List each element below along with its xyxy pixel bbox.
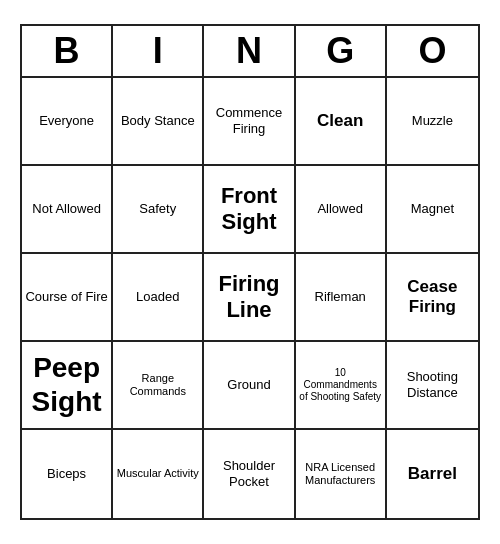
bingo-cell[interactable]: Ground (204, 342, 295, 430)
cell-text: Ground (227, 377, 270, 393)
cell-text: Commence Firing (207, 105, 290, 136)
cell-text: Loaded (136, 289, 179, 305)
cell-text: Range Commands (116, 372, 199, 398)
header-letter: B (22, 26, 113, 76)
bingo-cell[interactable]: Allowed (296, 166, 387, 254)
header-letter: O (387, 26, 478, 76)
bingo-cell[interactable]: Front Sight (204, 166, 295, 254)
cell-text: Body Stance (121, 113, 195, 129)
bingo-cell[interactable]: Rifleman (296, 254, 387, 342)
bingo-cell[interactable]: Course of Fire (22, 254, 113, 342)
bingo-cell[interactable]: Muzzle (387, 78, 478, 166)
bingo-cell[interactable]: Magnet (387, 166, 478, 254)
header-letter: I (113, 26, 204, 76)
cell-text: Firing Line (207, 271, 290, 324)
cell-text: Biceps (47, 466, 86, 482)
bingo-cell[interactable]: Body Stance (113, 78, 204, 166)
bingo-cell[interactable]: Not Allowed (22, 166, 113, 254)
cell-text: 10 Commandments of Shooting Safety (299, 367, 382, 403)
bingo-cell[interactable]: Shoulder Pocket (204, 430, 295, 518)
bingo-cell[interactable]: Safety (113, 166, 204, 254)
cell-text: Front Sight (207, 183, 290, 236)
bingo-cell[interactable]: Cease Firing (387, 254, 478, 342)
header-letter: G (296, 26, 387, 76)
bingo-cell[interactable]: Range Commands (113, 342, 204, 430)
bingo-cell[interactable]: Firing Line (204, 254, 295, 342)
cell-text: Shooting Distance (390, 369, 475, 400)
bingo-cell[interactable]: Biceps (22, 430, 113, 518)
bingo-card: BINGO EveryoneBody StanceCommence Firing… (20, 24, 480, 520)
cell-text: Muscular Activity (117, 467, 199, 480)
cell-text: Peep Sight (25, 351, 108, 418)
bingo-cell[interactable]: 10 Commandments of Shooting Safety (296, 342, 387, 430)
bingo-header: BINGO (22, 26, 478, 78)
cell-text: Cease Firing (390, 277, 475, 318)
cell-text: Not Allowed (32, 201, 101, 217)
cell-text: Rifleman (315, 289, 366, 305)
cell-text: Barrel (408, 464, 457, 484)
bingo-grid: EveryoneBody StanceCommence FiringCleanM… (22, 78, 478, 518)
bingo-cell[interactable]: Commence Firing (204, 78, 295, 166)
bingo-cell[interactable]: Everyone (22, 78, 113, 166)
bingo-cell[interactable]: Loaded (113, 254, 204, 342)
cell-text: Magnet (411, 201, 454, 217)
bingo-cell[interactable]: Muscular Activity (113, 430, 204, 518)
cell-text: Muzzle (412, 113, 453, 129)
bingo-cell[interactable]: Barrel (387, 430, 478, 518)
cell-text: Allowed (317, 201, 363, 217)
bingo-cell[interactable]: Clean (296, 78, 387, 166)
cell-text: Clean (317, 111, 363, 131)
header-letter: N (204, 26, 295, 76)
cell-text: Shoulder Pocket (207, 458, 290, 489)
cell-text: Course of Fire (25, 289, 107, 305)
cell-text: NRA Licensed Manufacturers (299, 461, 382, 487)
cell-text: Everyone (39, 113, 94, 129)
bingo-cell[interactable]: Shooting Distance (387, 342, 478, 430)
bingo-cell[interactable]: NRA Licensed Manufacturers (296, 430, 387, 518)
cell-text: Safety (139, 201, 176, 217)
bingo-cell[interactable]: Peep Sight (22, 342, 113, 430)
